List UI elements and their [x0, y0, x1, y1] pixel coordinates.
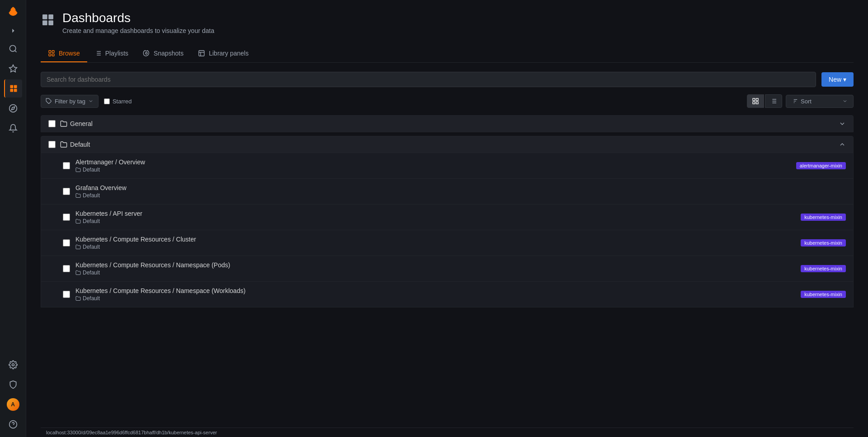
page-title: Dashboards [62, 11, 214, 25]
sort-icon [792, 98, 798, 104]
tag-kubernetes-mixin-2[interactable]: kubernetes-mixin [801, 214, 846, 221]
tag-kubernetes-mixin-3[interactable]: kubernetes-mixin [801, 239, 846, 246]
svg-rect-5 [10, 85, 13, 88]
sidebar-item-avatar[interactable]: A [4, 395, 22, 414]
svg-rect-6 [14, 85, 17, 88]
search-input[interactable] [41, 72, 816, 87]
page-header: Dashboards Create and manage dashboards … [41, 11, 854, 34]
svg-point-2 [9, 46, 15, 51]
dashboard-item-folder-1: Default [75, 192, 840, 199]
folder-row-general[interactable]: General [41, 115, 854, 132]
dashboard-item-folder-3: Default [75, 244, 795, 250]
dashboard-item-folder-2: Default [75, 218, 795, 224]
tab-snapshots[interactable]: Snapshots [136, 45, 191, 62]
sidebar-item-help[interactable] [4, 415, 22, 433]
tag-kubernetes-mixin-4[interactable]: kubernetes-mixin [801, 265, 846, 272]
svg-point-1 [11, 10, 14, 13]
sidebar-item-search[interactable] [4, 40, 22, 58]
folder-general-chevron [839, 120, 846, 127]
folder-default-name: Default [60, 141, 90, 148]
dashboard-item-info-1: Grafana Overview Default [75, 184, 840, 199]
grid-view-button[interactable] [747, 94, 764, 108]
folder-small-icon [75, 296, 81, 301]
folder-icon-general [60, 120, 67, 127]
dashboard-item-folder-0: Default [75, 167, 791, 173]
folder-default-chevron [839, 141, 846, 148]
tabs-bar: Browse Playlists Snapshots Library panel… [41, 45, 854, 63]
page-header-icon [41, 13, 55, 27]
status-url: localhost:33000/d/09ec8aa1e996d6ffcd6817… [46, 430, 217, 435]
svg-rect-29 [199, 51, 204, 56]
tab-browse[interactable]: Browse [41, 45, 87, 62]
filter-by-tag-dropdown[interactable]: Filter by tag [41, 95, 99, 108]
starred-filter[interactable]: Starred [104, 98, 132, 105]
item-checkbox-2[interactable] [63, 214, 70, 221]
dashboard-item-name-4: Kubernetes / Compute Resources / Namespa… [75, 261, 795, 269]
svg-rect-16 [42, 20, 47, 25]
folder-small-icon [75, 244, 81, 250]
item-checkbox-0[interactable] [63, 162, 70, 169]
dashboard-item-info-3: Kubernetes / Compute Resources / Cluster… [75, 236, 795, 250]
tab-library-panels[interactable]: Library panels [191, 45, 256, 62]
list-item[interactable]: Kubernetes / Compute Resources / Namespa… [41, 282, 854, 307]
list-item[interactable]: Kubernetes / Compute Resources / Cluster… [41, 230, 854, 256]
view-toggle [747, 94, 782, 108]
dashboard-list: General Default [41, 115, 854, 428]
tag-kubernetes-mixin-5[interactable]: kubernetes-mixin [801, 291, 846, 298]
sidebar-item-shield[interactable] [4, 376, 22, 394]
chevron-down-icon [839, 120, 846, 127]
tag-alertmanager-mixin[interactable]: alertmanager-mixin [796, 162, 846, 169]
item-checkbox-3[interactable] [63, 239, 70, 246]
list-item[interactable]: Alertmanager / Overview Default alertman… [41, 153, 854, 179]
svg-point-11 [12, 364, 14, 366]
dashboard-item-tags-3: kubernetes-mixin [801, 239, 846, 246]
filter-right-controls: Sort [747, 94, 854, 108]
sidebar-item-settings[interactable] [4, 356, 22, 374]
dashboard-item-name-0: Alertmanager / Overview [75, 158, 791, 166]
sidebar-item-alerting[interactable] [4, 119, 22, 137]
page-header-text: Dashboards Create and manage dashboards … [62, 11, 214, 34]
svg-marker-4 [9, 65, 17, 72]
svg-rect-15 [48, 14, 53, 19]
dashboard-item-folder-5: Default [75, 295, 795, 302]
svg-marker-10 [11, 107, 14, 110]
dashboard-item-tags-4: kubernetes-mixin [801, 265, 846, 272]
grafana-logo[interactable] [5, 4, 21, 20]
filter-chevron-icon [88, 98, 94, 104]
list-item[interactable]: Kubernetes / Compute Resources / Namespa… [41, 256, 854, 282]
svg-rect-19 [52, 51, 54, 53]
tab-playlists[interactable]: Playlists [87, 45, 136, 62]
dashboard-item-name-2: Kubernetes / API server [75, 210, 795, 217]
item-checkbox-4[interactable] [63, 265, 70, 272]
item-checkbox-5[interactable] [63, 291, 70, 298]
item-checkbox-1[interactable] [63, 188, 70, 195]
browse-icon [48, 50, 55, 57]
list-item[interactable]: Kubernetes / API server Default kubernet… [41, 205, 854, 230]
list-view-icon [770, 98, 777, 105]
folder-default-checkbox[interactable] [48, 141, 56, 148]
sidebar-item-dashboards[interactable] [4, 79, 22, 98]
user-avatar: A [7, 398, 19, 411]
grid-view-icon [752, 98, 759, 105]
list-view-button[interactable] [765, 94, 782, 108]
folder-section-general: General [41, 115, 854, 132]
svg-rect-8 [14, 89, 17, 92]
new-button[interactable]: New ▾ [821, 72, 854, 87]
svg-rect-20 [49, 54, 51, 56]
sidebar-item-starred[interactable] [4, 60, 22, 78]
library-panels-icon [198, 50, 205, 57]
starred-checkbox[interactable] [104, 98, 110, 104]
sort-dropdown[interactable]: Sort [786, 95, 854, 108]
search-bar-row: New ▾ [41, 72, 854, 87]
status-bar: localhost:33000/d/09ec8aa1e996d6ffcd6817… [41, 428, 854, 437]
folder-small-icon [75, 218, 81, 224]
folder-row-default[interactable]: Default [41, 136, 854, 153]
folder-general-checkbox[interactable] [48, 120, 56, 127]
sidebar-expand-button[interactable] [4, 25, 22, 36]
search-input-wrapper [41, 72, 816, 87]
svg-point-9 [9, 105, 17, 112]
folder-small-icon [75, 193, 81, 198]
sidebar-item-explore[interactable] [4, 99, 22, 117]
folder-small-icon [75, 167, 81, 172]
list-item[interactable]: Grafana Overview Default [41, 179, 854, 205]
